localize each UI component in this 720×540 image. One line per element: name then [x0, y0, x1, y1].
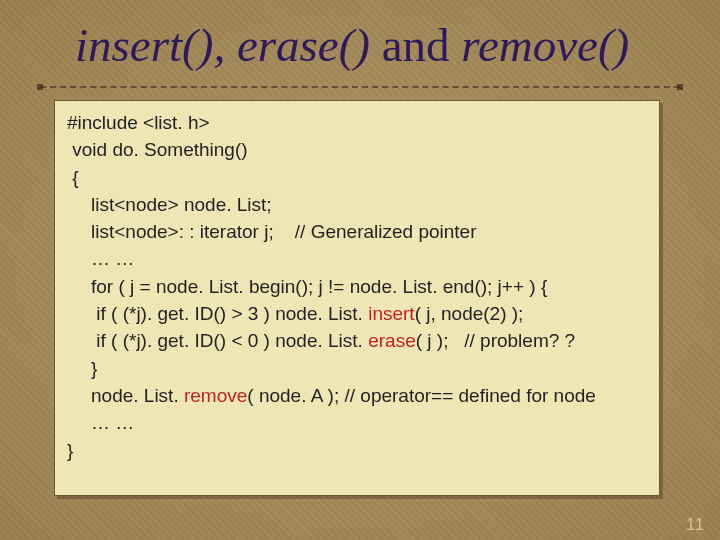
title-and: and [370, 19, 461, 71]
page-number: 11 [686, 516, 704, 534]
code-text: ( j, node(2) ); [415, 303, 524, 324]
code-text: node. List. [91, 385, 184, 406]
code-line: node. List. remove( node. A ); // operat… [67, 382, 647, 409]
code-text: list<node>: : iterator j; [91, 221, 274, 242]
code-line: list<node> node. List; [67, 191, 647, 218]
slide-title: insert(), erase() and remove() [75, 18, 680, 72]
code-line: #include <list. h> [67, 109, 647, 136]
code-line: for ( j = node. List. begin(); j != node… [67, 273, 647, 300]
code-text: if ( (*j). get. ID() > 3 ) node. List. [91, 303, 368, 324]
title-part-remove: remove() [461, 19, 629, 71]
keyword-erase: erase [368, 330, 416, 351]
code-line: list<node>: : iterator j; // Generalized… [67, 218, 647, 245]
code-line: } [67, 437, 647, 464]
title-comma: , [213, 19, 237, 71]
keyword-insert: insert [368, 303, 414, 324]
code-line: if ( (*j). get. ID() > 3 ) node. List. i… [67, 300, 647, 327]
title-divider [40, 86, 680, 88]
code-line: { [67, 164, 647, 191]
code-text: if ( (*j). get. ID() < 0 ) node. List. [91, 330, 368, 351]
code-line: void do. Something() [67, 136, 647, 163]
title-part-erase: erase() [237, 19, 370, 71]
code-text: ( j ); // problem? ? [416, 330, 575, 351]
code-line: … … [67, 409, 647, 436]
title-part-insert: insert() [75, 19, 213, 71]
code-text: ( node. A ); // operator== defined for n… [247, 385, 596, 406]
code-block: #include <list. h> void do. Something() … [54, 100, 660, 496]
code-line: … … [67, 245, 647, 272]
keyword-remove: remove [184, 385, 247, 406]
code-comment: // Generalized pointer [274, 221, 477, 242]
code-line: } [67, 355, 647, 382]
code-line: if ( (*j). get. ID() < 0 ) node. List. e… [67, 327, 647, 354]
